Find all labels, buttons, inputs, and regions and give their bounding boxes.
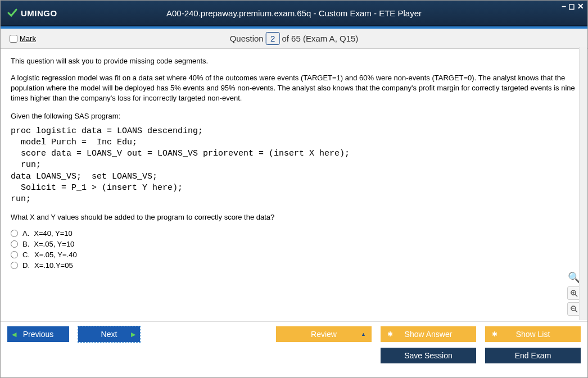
review-button[interactable]: Review bbox=[276, 326, 372, 342]
window-title: A00-240.prepaway.premium.exam.65q - Cust… bbox=[166, 8, 422, 18]
option-c-radio[interactable] bbox=[11, 251, 18, 258]
option-b-radio[interactable] bbox=[11, 240, 18, 248]
option-letter: C. bbox=[22, 251, 30, 259]
scrollbar[interactable] bbox=[579, 47, 587, 320]
minimize-icon[interactable]: – bbox=[562, 2, 566, 11]
show-list-button[interactable]: ✱Show List bbox=[485, 326, 581, 342]
intro-text: This question will ask you to provide mi… bbox=[11, 57, 577, 65]
option-d-radio[interactable] bbox=[11, 262, 18, 269]
question-content: This question will ask you to provide mi… bbox=[1, 49, 587, 321]
logo: UMINGO bbox=[6, 7, 57, 19]
option-letter: D. bbox=[22, 261, 30, 270]
option-letter: B. bbox=[22, 240, 29, 248]
options-list: A. X=40, Y=10 B. X=.05, Y=10 C. X=.05, Y… bbox=[11, 229, 577, 270]
option-text: X=40, Y=10 bbox=[34, 229, 72, 238]
mark-label: Mark bbox=[20, 34, 36, 43]
close-icon[interactable]: ✕ bbox=[577, 2, 584, 11]
option-b[interactable]: B. X=.05, Y=10 bbox=[11, 240, 577, 248]
star-icon: ✱ bbox=[492, 330, 497, 338]
option-c[interactable]: C. X=.05, Y=.40 bbox=[11, 251, 577, 259]
option-a-radio[interactable] bbox=[11, 230, 18, 237]
body-text: A logistic regression model was fit on a… bbox=[11, 73, 577, 104]
show-answer-button[interactable]: ✱Show Answer bbox=[381, 326, 476, 342]
question-total: of 65 (Exam A, Q15) bbox=[282, 34, 358, 43]
followup-text: What X and Y values should be added to t… bbox=[11, 213, 577, 221]
svg-line-1 bbox=[575, 294, 577, 297]
maximize-icon[interactable]: ◻ bbox=[568, 2, 575, 11]
mark-checkbox[interactable] bbox=[10, 35, 17, 43]
question-word: Question bbox=[230, 34, 264, 43]
end-exam-button[interactable]: End Exam bbox=[485, 348, 581, 363]
save-session-button[interactable]: Save Session bbox=[381, 348, 476, 363]
code-block: proc logistic data = LOANS descending; m… bbox=[11, 126, 577, 206]
next-button[interactable]: Next bbox=[78, 326, 140, 342]
given-text: Given the following SAS program: bbox=[11, 112, 577, 120]
logo-text: UMINGO bbox=[21, 8, 57, 18]
question-number: 2 bbox=[266, 32, 279, 45]
option-a[interactable]: A. X=40, Y=10 bbox=[11, 229, 577, 238]
question-header: Mark Question 2 of 65 (Exam A, Q15) bbox=[1, 29, 587, 49]
question-indicator: Question 2 of 65 (Exam A, Q15) bbox=[230, 32, 359, 45]
window-controls: – ◻ ✕ bbox=[562, 2, 584, 11]
mark-checkbox-wrapper[interactable]: Mark bbox=[10, 34, 36, 43]
svg-line-5 bbox=[575, 310, 577, 312]
option-text: X=.10.Y=05 bbox=[34, 261, 73, 270]
logo-checkmark-icon bbox=[6, 7, 19, 19]
option-d[interactable]: D. X=.10.Y=05 bbox=[11, 261, 577, 270]
option-letter: A. bbox=[22, 229, 29, 238]
title-bar: UMINGO A00-240.prepaway.premium.exam.65q… bbox=[1, 1, 587, 26]
option-text: X=.05, Y=10 bbox=[34, 240, 74, 248]
footer: Previous Next Review ✱Show Answer ✱Show … bbox=[1, 321, 587, 369]
option-text: X=.05, Y=.40 bbox=[34, 251, 77, 259]
previous-button[interactable]: Previous bbox=[7, 326, 69, 342]
star-icon: ✱ bbox=[387, 330, 393, 338]
